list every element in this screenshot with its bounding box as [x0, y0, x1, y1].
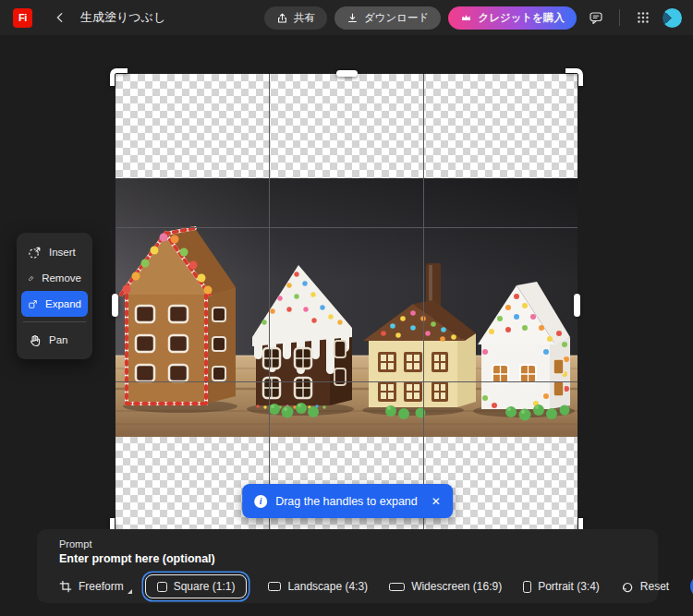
- portrait-ratio-icon: [523, 581, 531, 593]
- reset-label: Reset: [640, 580, 669, 593]
- buy-credits-label: クレジットを購入: [478, 11, 565, 25]
- prompt-input[interactable]: Enter prompt here (optional): [59, 552, 636, 565]
- prompt-bar: Prompt Enter prompt here (optional) Free…: [37, 529, 658, 603]
- aspect-portrait-button[interactable]: Portrait (3:4): [523, 580, 600, 593]
- aspect-ratio-row: Freeform Square (1:1) Landscape (4:3) Wi…: [59, 574, 636, 598]
- aspect-landscape-button[interactable]: Landscape (4:3): [268, 580, 368, 593]
- aspect-square-label: Square (1:1): [174, 580, 236, 593]
- download-label: ダウンロード: [364, 11, 429, 25]
- app-header: Fi 生成塗りつぶし 共有 ダウンロード クレジットを購入: [0, 0, 693, 35]
- tool-panel-divider: [23, 321, 86, 322]
- apps-grid-button[interactable]: [631, 6, 655, 30]
- back-button[interactable]: [49, 6, 71, 29]
- buy-credits-button[interactable]: クレジットを購入: [448, 6, 577, 30]
- crop-handle-top-right[interactable]: [565, 68, 583, 86]
- expand-hint-tooltip: i Drag the handles to expand ✕: [242, 484, 453, 518]
- submenu-corner-icon: [128, 589, 132, 594]
- grid-line-horizontal-1: [116, 227, 578, 228]
- aspect-widescreen-label: Widescreen (16:9): [411, 580, 502, 593]
- reset-button[interactable]: Reset: [621, 580, 669, 593]
- crop-icon: [59, 580, 72, 593]
- tool-remove[interactable]: Remove: [21, 265, 88, 291]
- user-avatar[interactable]: [663, 8, 682, 28]
- crop-handle-top-left[interactable]: [110, 68, 128, 86]
- share-label: 共有: [294, 11, 315, 25]
- landscape-ratio-icon: [268, 582, 281, 591]
- grid-line-vertical-2: [423, 74, 424, 536]
- source-image-gingerbread-houses[interactable]: [116, 178, 578, 437]
- info-icon: i: [254, 495, 267, 508]
- pan-icon: [28, 333, 42, 347]
- share-button[interactable]: 共有: [264, 6, 327, 30]
- tool-panel: Insert Remove Expand Pan: [17, 233, 92, 359]
- grid-line-horizontal-2: [116, 381, 578, 382]
- widescreen-ratio-icon: [389, 583, 405, 591]
- crown-icon: [460, 12, 472, 24]
- share-icon: [276, 12, 288, 24]
- crop-handle-left[interactable]: [112, 294, 118, 317]
- grid-line-vertical-1: [269, 74, 270, 536]
- tool-remove-label: Remove: [42, 272, 81, 284]
- header-divider: [619, 9, 620, 26]
- crop-handle-top[interactable]: [336, 70, 358, 77]
- page-title: 生成塗りつぶし: [80, 9, 165, 26]
- tooltip-text: Drag the handles to expand: [275, 495, 418, 508]
- insert-icon: [28, 246, 42, 260]
- comment-icon: [589, 10, 603, 25]
- crop-handle-right[interactable]: [574, 294, 580, 317]
- expand-icon: [28, 297, 38, 311]
- tool-pan-label: Pan: [49, 334, 67, 345]
- feedback-button[interactable]: [584, 6, 608, 30]
- download-icon: [346, 12, 359, 24]
- tool-pan[interactable]: Pan: [21, 327, 88, 353]
- tooltip-close-icon[interactable]: ✕: [432, 495, 441, 508]
- tool-insert-label: Insert: [49, 247, 76, 258]
- reset-icon: [621, 580, 634, 593]
- aspect-square-button[interactable]: Square (1:1): [145, 574, 248, 598]
- tool-expand-label: Expand: [45, 298, 81, 309]
- remove-icon: [28, 272, 34, 285]
- apps-grid-icon: [636, 10, 650, 25]
- tool-insert[interactable]: Insert: [21, 239, 88, 265]
- aspect-widescreen-button[interactable]: Widescreen (16:9): [389, 580, 502, 593]
- aspect-portrait-label: Portrait (3:4): [538, 580, 600, 593]
- chevron-left-icon: [54, 11, 67, 24]
- aspect-freeform-button[interactable]: Freeform: [59, 580, 124, 593]
- firefly-logo: Fi: [13, 8, 32, 28]
- square-ratio-icon: [157, 582, 167, 592]
- aspect-freeform-label: Freeform: [79, 580, 124, 593]
- aspect-landscape-label: Landscape (4:3): [287, 580, 368, 593]
- tool-expand[interactable]: Expand: [21, 291, 88, 317]
- download-button[interactable]: ダウンロード: [334, 6, 441, 30]
- prompt-label: Prompt: [59, 538, 636, 550]
